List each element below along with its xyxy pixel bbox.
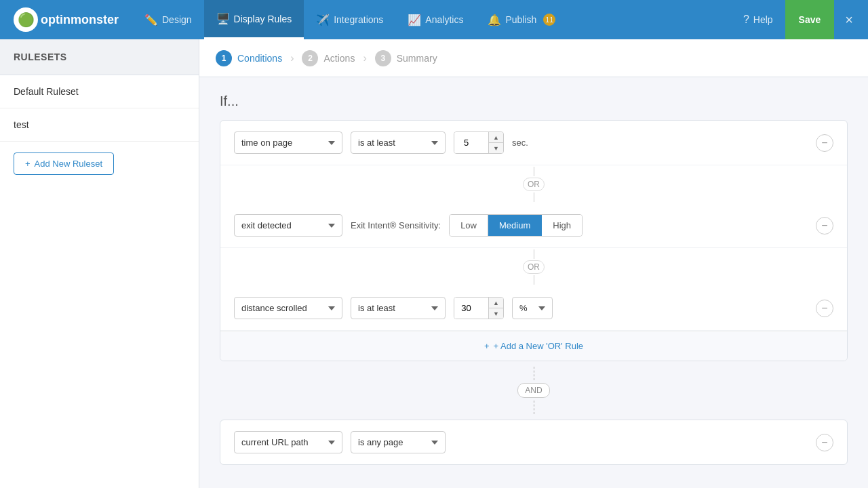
step-2-label: Actions	[323, 53, 355, 64]
sensitivity-low[interactable]: Low	[450, 215, 488, 236]
sidebar: Rulesets Default Ruleset test + Add New …	[0, 39, 199, 488]
logo: 🟢 optinmonster	[7, 7, 125, 32]
stepper-btns-3: ▲ ▼	[488, 298, 503, 319]
integrations-icon: ✈️	[316, 14, 330, 26]
unit-label-1: sec.	[512, 138, 528, 148]
step-actions[interactable]: 2 Actions	[302, 50, 355, 66]
minus-icon-1: −	[821, 137, 827, 149]
step-2-num: 2	[302, 50, 318, 66]
or-badge-2: OR	[523, 260, 545, 274]
rules-area: If... time on page exit detected distanc…	[199, 77, 868, 481]
number-stepper-1: ▲ ▼	[454, 131, 504, 154]
tab-design[interactable]: ✏️ Design	[132, 0, 204, 39]
sensitivity-high[interactable]: High	[542, 215, 582, 236]
brand-name: optinmonster	[41, 13, 119, 27]
tab-integrations[interactable]: ✈️ Integrations	[304, 0, 395, 39]
rule-row-1: time on page exit detected distance scro…	[220, 121, 847, 165]
steps-bar: 1 Conditions › 2 Actions › 3 Summary	[199, 39, 868, 77]
step-chevron-1: ›	[290, 52, 294, 64]
sensitivity-medium[interactable]: Medium	[488, 215, 542, 236]
add-ruleset-label: Add New Ruleset	[35, 159, 102, 169]
tab-publish-label: Publish	[505, 14, 536, 25]
step-3-label: Summary	[397, 53, 437, 64]
tab-analytics-label: Analytics	[425, 14, 463, 25]
sensitivity-label: Exit Intent® Sensitivity:	[351, 220, 441, 230]
step-1-label: Conditions	[237, 53, 282, 64]
and-line-top	[534, 367, 534, 380]
step-summary[interactable]: 3 Summary	[375, 50, 437, 66]
save-button[interactable]: Save	[785, 0, 835, 39]
publish-icon: 🔔	[488, 14, 501, 26]
top-nav: 🟢 optinmonster ✏️ Design 🖥️ Display Rule…	[0, 0, 868, 39]
and-badge: AND	[517, 383, 549, 398]
condition-select-3[interactable]: time on page exit detected distance scro…	[234, 297, 342, 319]
rule-row-4: time on page exit detected distance scro…	[220, 420, 847, 464]
display-rules-icon: 🖥️	[216, 12, 230, 25]
stepper-btns-1: ▲ ▼	[488, 132, 503, 153]
tab-display-rules[interactable]: 🖥️ Display Rules	[204, 0, 304, 39]
step-chevron-2: ›	[363, 52, 366, 64]
or-separator-1: OR	[220, 165, 847, 203]
unit-select-3[interactable]: % px	[512, 297, 553, 319]
number-input-1[interactable]	[454, 132, 488, 153]
and-separator: AND	[220, 361, 848, 420]
help-label: Help	[753, 14, 773, 25]
number-stepper-3: ▲ ▼	[454, 297, 504, 319]
condition-select-2[interactable]: time on page exit detected distance scro…	[234, 214, 342, 237]
tab-publish[interactable]: 🔔 Publish 11	[475, 0, 568, 39]
app-body: Rulesets Default Ruleset test + Add New …	[0, 39, 868, 488]
stepper-up-3[interactable]: ▲	[489, 298, 503, 308]
help-button[interactable]: ? Help	[734, 0, 783, 39]
rule-group-2: time on page exit detected distance scro…	[220, 420, 848, 465]
or-line-top-1	[534, 167, 534, 176]
sidebar-item-test[interactable]: test	[0, 108, 199, 142]
design-icon: ✏️	[144, 14, 158, 26]
publish-badge: 11	[543, 14, 555, 26]
remove-button-1[interactable]: −	[816, 134, 833, 152]
or-separator-2: OR	[220, 248, 847, 286]
logo-icon: 🟢	[14, 7, 38, 32]
condition-select-4[interactable]: time on page exit detected distance scro…	[234, 431, 342, 453]
main-content: 1 Conditions › 2 Actions › 3 Summary If.…	[199, 39, 868, 488]
nav-tabs: ✏️ Design 🖥️ Display Rules ✈️ Integratio…	[132, 0, 734, 39]
add-or-rule-button[interactable]: + + Add a New 'OR' Rule	[220, 331, 847, 361]
step-3-num: 3	[375, 50, 391, 66]
step-conditions[interactable]: 1 Conditions	[216, 50, 282, 66]
add-or-rule-label: + Add a New 'OR' Rule	[494, 341, 584, 351]
number-input-3[interactable]	[454, 298, 488, 319]
sensitivity-btn-group: Low Medium High	[449, 214, 583, 237]
close-button[interactable]: ×	[837, 0, 861, 39]
add-ruleset-button[interactable]: + Add New Ruleset	[14, 152, 114, 175]
remove-button-2[interactable]: −	[816, 217, 833, 235]
or-line-bottom-1	[534, 192, 534, 202]
nav-right: ? Help Save ×	[734, 0, 861, 39]
rule-group-1: time on page exit detected distance scro…	[220, 120, 848, 361]
plus-icon: +	[25, 159, 31, 169]
question-icon: ?	[743, 14, 749, 26]
remove-button-4[interactable]: −	[816, 434, 833, 451]
close-icon: ×	[845, 12, 853, 28]
stepper-down-3[interactable]: ▼	[489, 308, 503, 319]
stepper-up-1[interactable]: ▲	[489, 132, 503, 143]
plus-or-icon: +	[484, 341, 490, 351]
sidebar-item-default-ruleset[interactable]: Default Ruleset	[0, 75, 199, 108]
step-1-num: 1	[216, 50, 232, 66]
condition-select-1[interactable]: time on page exit detected distance scro…	[234, 131, 342, 154]
tab-display-rules-label: Display Rules	[234, 14, 292, 24]
operator-select-3[interactable]: is at least is less than is exactly	[351, 297, 446, 319]
and-line-bottom	[534, 401, 534, 414]
operator-select-4[interactable]: is any page contains does not contain is…	[351, 431, 446, 453]
or-line-top-2	[534, 249, 534, 259]
remove-button-3[interactable]: −	[816, 300, 833, 317]
operator-select-1[interactable]: is at least is less than is exactly	[351, 131, 446, 154]
stepper-down-1[interactable]: ▼	[489, 143, 503, 153]
sidebar-header: Rulesets	[0, 39, 199, 75]
or-line-bottom-2	[534, 275, 534, 285]
rule-row-2: time on page exit detected distance scro…	[220, 203, 847, 248]
analytics-icon: 📈	[408, 14, 421, 26]
rule-row-3: time on page exit detected distance scro…	[220, 286, 847, 331]
tab-analytics[interactable]: 📈 Analytics	[395, 0, 475, 39]
tab-design-label: Design	[162, 14, 192, 25]
minus-icon-2: −	[821, 220, 827, 232]
if-label: If...	[220, 94, 848, 109]
